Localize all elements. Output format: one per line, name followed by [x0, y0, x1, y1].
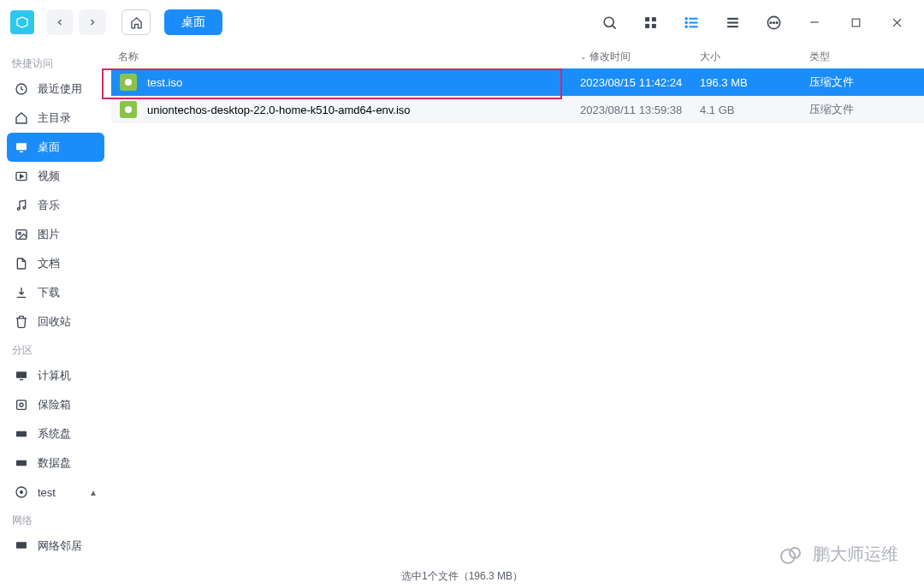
svg-rect-40 — [16, 542, 27, 548]
svg-point-10 — [685, 21, 687, 23]
sidebar-item-label: 数据盘 — [38, 455, 71, 471]
file-row[interactable]: uniontechos-desktop-22.0-home-k510-amd64… — [111, 96, 924, 123]
file-type: 压缩文件 — [809, 74, 924, 90]
more-button[interactable] — [756, 8, 791, 37]
sidebar-item-label: 主目录 — [38, 110, 71, 126]
svg-rect-13 — [727, 21, 738, 23]
svg-rect-5 — [651, 23, 655, 27]
network-icon — [14, 538, 29, 554]
sidebar-item-music[interactable]: 音乐 — [7, 191, 104, 220]
sidebar-item-system-disk[interactable]: 系统盘 — [7, 419, 104, 448]
document-icon — [14, 256, 29, 271]
main-panel: 名称 ⌄ 修改时间 大小 类型 test.iso 2023/08/15 11:4… — [111, 45, 924, 564]
svg-rect-12 — [727, 17, 738, 19]
statusbar: 选中1个文件（196.3 MB） — [0, 564, 924, 588]
file-size: 4.1 GB — [700, 104, 809, 116]
svg-rect-24 — [16, 143, 27, 150]
svg-point-17 — [773, 21, 774, 23]
sidebar-item-label: 图片 — [38, 227, 60, 242]
iso-file-icon — [120, 74, 137, 91]
svg-point-18 — [776, 21, 778, 23]
svg-rect-32 — [16, 371, 27, 377]
nav-group — [46, 9, 106, 35]
svg-point-9 — [685, 17, 687, 19]
svg-rect-37 — [16, 460, 27, 466]
sidebar-item-label: test — [38, 486, 56, 499]
svg-point-16 — [770, 21, 772, 23]
disk-icon — [14, 426, 29, 442]
svg-rect-2 — [645, 17, 649, 21]
file-name: uniontechos-desktop-22.0-home-k510-amd64… — [147, 104, 411, 116]
view-icon-button[interactable] — [633, 8, 667, 37]
disc-icon — [14, 484, 29, 500]
sidebar-item-label: 桌面 — [38, 140, 60, 155]
sidebar-item-desktop[interactable]: 桌面 — [7, 133, 104, 162]
back-button[interactable] — [46, 9, 74, 35]
column-size[interactable]: 大小 — [700, 50, 809, 64]
sidebar-item-label: 网络邻居 — [38, 538, 82, 554]
sidebar-item-label: 视频 — [38, 169, 60, 184]
sidebar-item-label: 文档 — [38, 256, 60, 271]
status-text: 选中1个文件（196.3 MB） — [401, 569, 523, 584]
eject-icon[interactable]: ▲ — [89, 488, 98, 497]
toolbar: 桌面 — [0, 0, 924, 45]
app-icon — [10, 10, 34, 34]
sidebar-item-computer[interactable]: 计算机 — [7, 361, 104, 390]
file-list: test.iso 2023/08/15 11:42:24 196.3 MB 压缩… — [111, 68, 924, 564]
svg-rect-4 — [645, 23, 649, 27]
sidebar-item-vault[interactable]: 保险箱 — [7, 390, 104, 419]
breadcrumb-current[interactable]: 桌面 — [164, 9, 222, 35]
sidebar-item-pictures[interactable]: 图片 — [7, 220, 104, 249]
sidebar-item-home[interactable]: 主目录 — [7, 104, 104, 133]
sidebar-item-documents[interactable]: 文档 — [7, 249, 104, 278]
file-time: 2023/08/15 11:42:24 — [580, 76, 700, 89]
svg-point-0 — [604, 17, 613, 27]
sidebar-item-video[interactable]: 视频 — [7, 162, 104, 191]
svg-marker-27 — [21, 175, 23, 178]
sidebar: 快捷访问 最近使用 主目录 桌面 视频 音乐 图片 文档 — [0, 45, 111, 564]
sidebar-section-network: 网络 — [7, 508, 104, 532]
vault-icon — [14, 397, 29, 413]
close-button[interactable] — [880, 8, 914, 37]
home-button[interactable] — [121, 9, 151, 35]
column-time[interactable]: ⌄ 修改时间 — [580, 50, 700, 64]
svg-rect-25 — [20, 151, 23, 152]
svg-line-1 — [612, 25, 615, 28]
view-list-button[interactable] — [674, 8, 708, 37]
download-icon — [14, 285, 29, 300]
svg-rect-34 — [17, 401, 27, 410]
sidebar-item-network[interactable]: 网络邻居 — [7, 532, 104, 561]
minimize-button[interactable] — [797, 8, 832, 37]
sidebar-item-downloads[interactable]: 下载 — [7, 278, 104, 307]
svg-point-31 — [19, 232, 21, 235]
view-compact-button[interactable] — [715, 8, 749, 37]
column-name[interactable]: 名称 — [118, 50, 580, 64]
forward-button[interactable] — [79, 9, 106, 35]
file-size: 196.3 MB — [700, 76, 809, 89]
maximize-button[interactable] — [838, 8, 873, 37]
image-icon — [14, 227, 29, 242]
sidebar-item-recent[interactable]: 最近使用 — [7, 74, 104, 104]
sidebar-item-label: 音乐 — [38, 198, 60, 213]
svg-point-39 — [21, 491, 23, 494]
column-type[interactable]: 类型 — [809, 50, 924, 64]
search-button[interactable] — [592, 8, 626, 37]
file-type: 压缩文件 — [809, 102, 924, 117]
file-name: test.iso — [147, 76, 182, 89]
column-header: 名称 ⌄ 修改时间 大小 类型 — [111, 45, 924, 68]
svg-point-29 — [23, 206, 26, 209]
disk-icon — [14, 455, 29, 471]
file-row[interactable]: test.iso 2023/08/15 11:42:24 196.3 MB 压缩… — [111, 68, 924, 96]
sidebar-item-data-disk[interactable]: 数据盘 — [7, 448, 104, 478]
svg-point-28 — [17, 208, 20, 211]
sidebar-item-trash[interactable]: 回收站 — [7, 307, 104, 336]
svg-rect-36 — [16, 431, 27, 437]
clock-icon — [14, 81, 29, 97]
sidebar-item-test[interactable]: test ▲ — [7, 478, 104, 507]
computer-icon — [14, 368, 29, 383]
svg-rect-3 — [651, 17, 655, 21]
sidebar-item-label: 系统盘 — [38, 426, 71, 442]
sidebar-item-label: 计算机 — [38, 368, 71, 383]
sidebar-item-label: 最近使用 — [38, 81, 82, 97]
video-icon — [14, 169, 29, 184]
